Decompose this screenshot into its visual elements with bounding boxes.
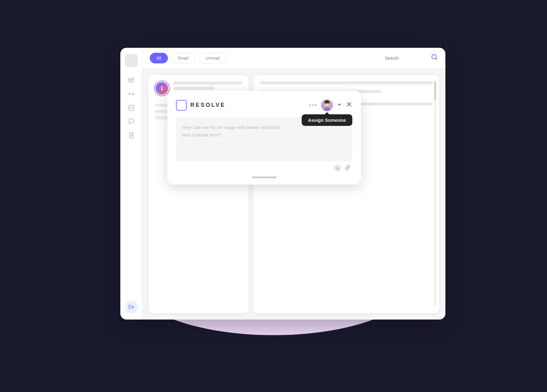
agent-avatar (321, 99, 333, 111)
scroll-pill (252, 176, 277, 178)
dot-2 (312, 104, 314, 106)
chat-logo: RESOLVE (176, 100, 226, 111)
sidebar-item-doc[interactable] (126, 130, 137, 141)
filter-unread-button[interactable]: Unread (199, 53, 226, 63)
filter-bar: All Read Unread (142, 48, 445, 69)
search-input[interactable] (385, 56, 429, 61)
logout-button[interactable] (125, 301, 138, 313)
assign-agent-button[interactable]: Assign Someone (321, 99, 333, 111)
assign-tooltip: Assign Someone (302, 114, 352, 126)
dot-3 (315, 104, 317, 106)
scene: All Read Unread (102, 48, 445, 345)
sidebar-avatar (125, 54, 138, 67)
badge-number: 1 (161, 86, 163, 91)
chat-modal: RESOLVE (167, 91, 361, 185)
bottom-scroll-indicator (176, 176, 352, 178)
sidebar (120, 48, 142, 320)
close-button[interactable] (346, 101, 352, 109)
search-icon[interactable] (431, 54, 438, 62)
conv-line-1 (173, 82, 242, 85)
message-line-2: and contrast here? (182, 132, 221, 137)
message-text: Hey! Can we try an image with better res… (182, 124, 346, 139)
scrollbar-thumb[interactable] (434, 81, 436, 100)
app-window: All Read Unread (120, 48, 445, 320)
filter-read-button[interactable]: Read (172, 53, 195, 63)
chat-actions: Assign Someone (309, 99, 352, 111)
sidebar-item-inbox[interactable] (126, 75, 137, 86)
filter-all-button[interactable]: All (150, 53, 168, 63)
message-line-1: Hey! Can we try an image with better res… (182, 125, 281, 130)
svg-point-7 (335, 166, 340, 171)
tooltip-label: Assign Someone (308, 117, 346, 123)
mention-icon[interactable] (334, 165, 340, 173)
logo-square (176, 100, 187, 111)
skeleton-line-1 (260, 81, 433, 84)
attachment-icon[interactable] (345, 165, 351, 173)
conv-line-2 (173, 87, 215, 90)
conversation-avatar: 1 (155, 81, 169, 96)
chat-header: RESOLVE (176, 99, 352, 111)
scrollbar-track (434, 81, 436, 307)
sidebar-bottom (125, 301, 138, 313)
svg-rect-0 (129, 78, 134, 82)
message-footer (176, 165, 352, 173)
panels-area: 1 (142, 69, 445, 320)
sidebar-item-transfer[interactable] (126, 88, 137, 100)
sidebar-item-chart[interactable] (126, 102, 137, 113)
more-options-button[interactable] (309, 104, 317, 106)
main-content: All Read Unread (142, 48, 445, 320)
search-area (385, 54, 438, 62)
dot-1 (309, 104, 311, 106)
chevron-down-button[interactable] (337, 102, 342, 108)
sidebar-item-chat[interactable] (126, 116, 137, 127)
logo-text: RESOLVE (190, 102, 226, 108)
